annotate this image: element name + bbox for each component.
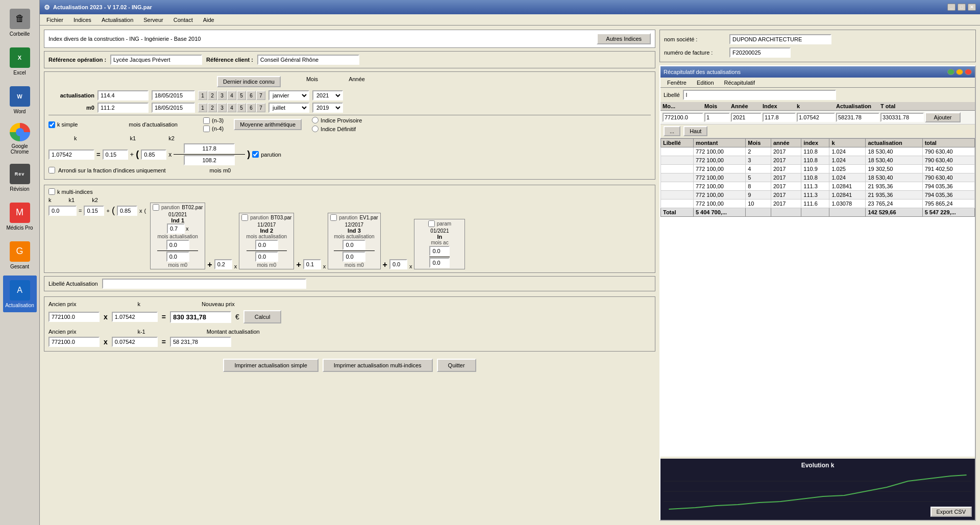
menu-actualisation[interactable]: Actualisation bbox=[97, 15, 138, 24]
recap-total-input[interactable] bbox=[880, 113, 924, 122]
num-btn-2-act[interactable]: 2 bbox=[208, 91, 217, 100]
m0-date-input[interactable] bbox=[152, 103, 195, 113]
menu-contact[interactable]: Contact bbox=[169, 15, 198, 24]
recap-table-container[interactable]: Libellé montant Mois année index k actua… bbox=[660, 138, 975, 457]
k-value-input[interactable] bbox=[48, 149, 94, 160]
recap-actualisation-input[interactable] bbox=[836, 113, 879, 122]
recap-menu-edition[interactable]: Edition bbox=[692, 79, 719, 87]
actualisation-input[interactable] bbox=[97, 90, 149, 101]
calcul-button[interactable]: Calcul bbox=[243, 310, 282, 323]
ind4-mois-act-input[interactable] bbox=[429, 246, 450, 256]
recap-index-input[interactable] bbox=[763, 113, 796, 122]
multi-k1-input[interactable] bbox=[84, 206, 104, 216]
ind1-mois-act-input[interactable] bbox=[166, 240, 189, 250]
ind1-mois-m0-input[interactable] bbox=[166, 252, 189, 262]
num-btn-1-m0[interactable]: 1 bbox=[198, 103, 207, 112]
ref-operation-input[interactable] bbox=[110, 55, 202, 65]
num-btn-2-m0[interactable]: 2 bbox=[208, 103, 217, 112]
multi-k2-input[interactable] bbox=[117, 206, 137, 216]
n3-checkbox[interactable] bbox=[203, 117, 210, 124]
ind4-parution-checkbox[interactable] bbox=[428, 220, 435, 227]
num-btn-7-act[interactable]: 7 bbox=[256, 91, 265, 100]
nouveau-prix-input[interactable] bbox=[170, 311, 231, 323]
montant-act-input[interactable] bbox=[170, 337, 231, 347]
k2-value-input[interactable] bbox=[141, 149, 166, 160]
sidebar-item-actualisation[interactable]: A Actualisation bbox=[3, 276, 37, 312]
libelle-act-input[interactable] bbox=[102, 279, 306, 289]
menu-indices[interactable]: Indices bbox=[69, 15, 96, 24]
k-price-input[interactable] bbox=[112, 312, 158, 322]
mois-m0-select[interactable]: janvierfévriermarsavril maijuinjuilletao… bbox=[268, 103, 309, 113]
minimize-button[interactable]: _ bbox=[947, 4, 955, 11]
recap-ajouter-button[interactable]: Ajouter bbox=[925, 112, 961, 122]
num-btn-3-m0[interactable]: 3 bbox=[217, 103, 227, 112]
num-btn-5-act[interactable]: 5 bbox=[237, 91, 246, 100]
recap-red-button[interactable] bbox=[965, 69, 972, 75]
k1-value-input[interactable] bbox=[103, 149, 128, 160]
actualisation-date-input[interactable] bbox=[152, 90, 195, 101]
recap-mo-input[interactable] bbox=[663, 113, 703, 122]
multi-k-input[interactable] bbox=[48, 206, 77, 216]
num-btn-4-act[interactable]: 4 bbox=[227, 91, 236, 100]
num-btn-4-m0[interactable]: 4 bbox=[227, 103, 236, 112]
indice-definitif-radio[interactable] bbox=[312, 126, 318, 132]
num-facture-input[interactable] bbox=[729, 47, 791, 58]
num-btn-3-act[interactable]: 3 bbox=[217, 91, 227, 100]
ind1-coef-input[interactable] bbox=[167, 223, 185, 234]
index-denominator-input[interactable] bbox=[184, 155, 235, 165]
ind2-mois-act-input[interactable] bbox=[255, 240, 278, 250]
recap-annee-input[interactable] bbox=[731, 113, 762, 122]
recap-k-input[interactable] bbox=[797, 113, 835, 122]
plus-coef-2[interactable] bbox=[303, 259, 321, 269]
menu-serveur[interactable]: Serveur bbox=[139, 15, 168, 24]
ind3-mois-act-input[interactable] bbox=[342, 240, 365, 250]
sidebar-item-corbeille[interactable]: 🗑 Corbeille bbox=[3, 4, 37, 41]
sidebar-item-excel[interactable]: X Excel bbox=[3, 43, 37, 80]
menu-fichier[interactable]: Fichier bbox=[42, 15, 68, 24]
export-csv-button[interactable]: Export CSV bbox=[930, 507, 972, 517]
plus-coef-1[interactable] bbox=[214, 259, 232, 269]
ancien-prix-input[interactable] bbox=[48, 312, 100, 322]
ind3-mois-m0-input[interactable] bbox=[342, 252, 365, 262]
ind2-parution-checkbox[interactable] bbox=[241, 214, 248, 221]
n4-checkbox[interactable] bbox=[203, 126, 210, 132]
num-btn-1-act[interactable]: 1 bbox=[198, 91, 207, 100]
autres-indices-button[interactable]: Autres Indices bbox=[597, 33, 651, 44]
m0-input[interactable] bbox=[97, 103, 149, 113]
num-btn-7-m0[interactable]: 7 bbox=[256, 103, 265, 112]
index-numerator-input[interactable] bbox=[184, 143, 235, 154]
recap-menu-fenetre[interactable]: Fenêtre bbox=[663, 79, 691, 87]
indice-provisoire-radio[interactable] bbox=[312, 117, 318, 123]
recap-mois-input[interactable] bbox=[704, 113, 730, 122]
moyenne-arithmetique-button[interactable]: Moyenne arithmétique bbox=[234, 119, 302, 130]
sidebar-item-revision[interactable]: Rev Révision bbox=[3, 159, 37, 196]
quitter-button[interactable]: Quitter bbox=[437, 359, 476, 372]
num-btn-5-m0[interactable]: 5 bbox=[237, 103, 246, 112]
sidebar-item-gescant[interactable]: G Gescant bbox=[3, 237, 37, 273]
ref-client-input[interactable] bbox=[257, 55, 359, 65]
plus-coef-3[interactable] bbox=[389, 259, 407, 269]
dernier-indice-button[interactable]: Dernier indice connu bbox=[217, 76, 281, 87]
nom-societe-input[interactable] bbox=[729, 34, 831, 44]
recap-dots-button[interactable]: ... bbox=[664, 126, 680, 136]
imprimer-simple-button[interactable]: Imprimer actualisation simple bbox=[223, 359, 318, 372]
num-btn-6-m0[interactable]: 6 bbox=[247, 103, 256, 112]
k1-price-input[interactable] bbox=[112, 337, 158, 347]
close-button[interactable]: ✕ bbox=[968, 4, 976, 11]
arrondi-checkbox[interactable] bbox=[48, 167, 55, 173]
recap-yellow-button[interactable] bbox=[956, 69, 963, 75]
ind2-mois-m0-input[interactable] bbox=[255, 252, 278, 262]
sidebar-item-medicis[interactable]: M Médicis Pro bbox=[3, 198, 37, 235]
num-btn-6-act[interactable]: 6 bbox=[247, 91, 256, 100]
recap-green-button[interactable] bbox=[947, 69, 954, 75]
k-simple-checkbox[interactable] bbox=[48, 121, 55, 128]
recap-menu-recapitulatif[interactable]: Récapitulatif bbox=[720, 79, 760, 87]
ind1-parution-checkbox[interactable] bbox=[153, 204, 159, 211]
menu-aide[interactable]: Aide bbox=[199, 15, 219, 24]
mois-actualisation-select[interactable]: janvierfévriermarsavril maijuinjuilletao… bbox=[268, 90, 309, 101]
ancien-prix-input2[interactable] bbox=[48, 337, 100, 347]
maximize-button[interactable]: □ bbox=[958, 4, 966, 11]
recap-haut-button[interactable]: Haut bbox=[683, 126, 707, 136]
recap-search-input[interactable] bbox=[683, 90, 836, 100]
ind3-parution-checkbox[interactable] bbox=[330, 214, 337, 221]
